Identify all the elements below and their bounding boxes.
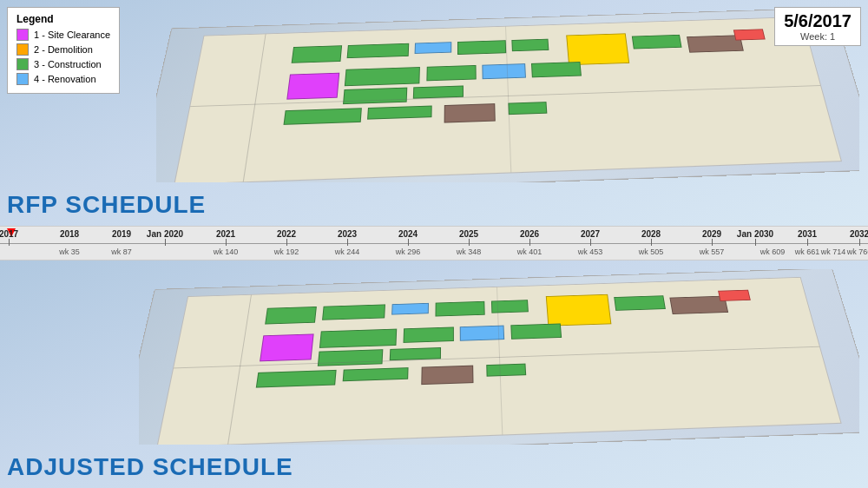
legend-item-demolition: 2 - Demolition <box>16 43 110 56</box>
building <box>347 43 409 58</box>
timeline-week-sublabel: wk 87 <box>111 247 132 256</box>
legend-item-construction: 3 - Construction <box>16 58 110 70</box>
timeline-year-marker: 2031 <box>798 229 817 239</box>
site-map-top <box>156 9 859 182</box>
rfp-section: Legend 1 - Site Clearance 2 - Demolition… <box>0 0 868 226</box>
timeline-year-marker: 2028 <box>641 229 661 239</box>
timeline-year-marker: 2024 <box>398 229 418 239</box>
timeline-year-marker: 2032 <box>850 229 868 239</box>
legend-color-construction <box>16 58 29 70</box>
map-base-top <box>174 16 842 182</box>
building <box>510 323 562 339</box>
building <box>260 334 314 362</box>
timeline-year-marker: 2017 <box>0 229 18 239</box>
building <box>322 304 385 320</box>
timeline-content: 2017Jan 20202021202220232024202520262027… <box>0 227 868 260</box>
building <box>435 301 485 317</box>
building <box>733 29 765 40</box>
building <box>482 63 525 79</box>
timeline-week-sublabel: wk 505 <box>639 247 664 256</box>
date-main: 5/6/2017 <box>784 11 852 31</box>
building <box>444 103 496 123</box>
timeline-bar: 2017Jan 20202021202220232024202520262027… <box>0 226 868 260</box>
timeline-week-sublabel: wk 401 <box>517 247 542 256</box>
adjusted-label: ADJUSTED SCHEDULE <box>7 453 293 481</box>
timeline-year-marker: Jan 2020 <box>147 229 183 239</box>
legend-item-site-clearance: 1 - Site Clearance <box>16 29 110 41</box>
legend-color-site-clearance <box>16 29 29 41</box>
timeline-week-sublabel: wk 35 <box>59 247 80 256</box>
building <box>421 365 474 385</box>
legend-color-renovation <box>16 73 29 85</box>
building <box>319 328 398 348</box>
timeline-week-sublabel: wk 453 <box>578 247 603 256</box>
timeline-year-marker: 2022 <box>277 229 296 239</box>
building <box>284 108 362 125</box>
legend-label-demolition: 2 - Demolition <box>34 44 93 55</box>
date-week: Week: 1 <box>784 31 852 42</box>
timeline-week-sublabel: wk 140 <box>214 247 239 256</box>
date-display: 5/6/2017 Week: 1 <box>774 7 861 46</box>
rfp-label: RFP SCHEDULE <box>7 191 206 219</box>
building <box>265 307 317 325</box>
building <box>457 40 506 55</box>
timeline-week-sublabel: wk 296 <box>396 247 421 256</box>
building <box>566 33 629 65</box>
building <box>391 303 429 315</box>
timeline-year-marker: 2026 <box>520 229 539 239</box>
building <box>614 295 665 310</box>
timeline-week-label: 2019 <box>112 229 131 239</box>
building <box>486 364 526 377</box>
timeline-year-marker: 2025 <box>459 229 478 239</box>
building <box>632 34 682 49</box>
building <box>292 45 343 63</box>
building <box>512 38 549 51</box>
legend-color-demolition <box>16 43 29 56</box>
legend-label-site-clearance: 1 - Site Clearance <box>34 30 110 40</box>
timeline-week-sublabel: wk 766 <box>847 247 868 256</box>
legend-title: Legend <box>16 13 110 25</box>
timeline-week-sublabel: wk 557 <box>700 247 725 256</box>
building <box>415 42 451 54</box>
main-container: Legend 1 - Site Clearance 2 - Demolition… <box>0 0 868 488</box>
building <box>546 294 611 326</box>
timeline-week-sublabel: wk 661 <box>795 247 820 256</box>
timeline-week-sublabel: wk 348 <box>457 247 482 256</box>
timeline-week-sublabel: wk 244 <box>335 247 360 256</box>
timeline-year-marker: 2023 <box>338 229 357 239</box>
map-base-bottom <box>157 277 842 445</box>
adjusted-section: ADJUSTED SCHEDULE <box>0 260 868 488</box>
site-map-bottom <box>139 269 859 445</box>
building <box>345 67 420 86</box>
timeline-week-sublabel: wk 714 <box>821 247 846 256</box>
timeline-year-marker: 2021 <box>216 229 235 239</box>
legend-item-renovation: 4 - Renovation <box>16 73 110 85</box>
building <box>426 65 476 81</box>
building <box>403 326 454 342</box>
building <box>367 105 431 119</box>
timeline-week-sublabel: wk 192 <box>274 247 299 256</box>
legend-label-construction: 3 - Construction <box>34 59 102 69</box>
timeline-week-sublabel: wk 609 <box>760 247 786 256</box>
building <box>256 370 337 388</box>
timeline-year-marker: 2029 <box>702 229 721 239</box>
building <box>286 72 339 100</box>
timeline-week-label: 2018 <box>60 229 79 239</box>
legend-label-renovation: 4 - Renovation <box>34 74 96 84</box>
legend: Legend 1 - Site Clearance 2 - Demolition… <box>7 7 120 94</box>
building <box>508 102 547 115</box>
building <box>342 367 408 381</box>
building <box>718 290 751 301</box>
timeline-year-marker: Jan 2030 <box>737 229 773 239</box>
timeline-year-marker: 2027 <box>581 229 600 239</box>
building <box>531 62 582 77</box>
